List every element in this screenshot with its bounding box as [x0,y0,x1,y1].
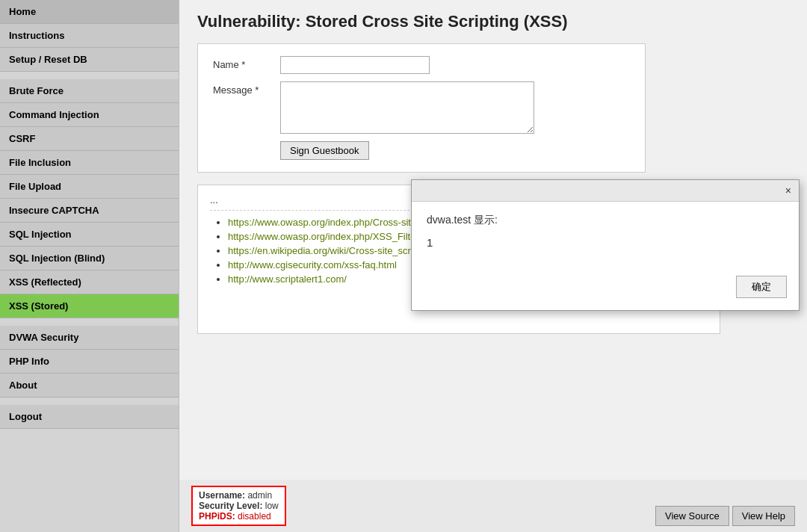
sidebar-item-brute-force[interactable]: Brute Force [0,79,179,103]
link-wikipedia-xss[interactable]: https://en.wikipedia.org/wiki/Cross-site… [228,245,434,256]
modal-close-button[interactable]: × [785,185,791,197]
sidebar-item-php-info[interactable]: PHP Info [0,350,179,374]
username-line: Username: admin [199,490,279,501]
sidebar-item-setup-reset[interactable]: Setup / Reset DB [0,48,179,72]
sidebar-item-instructions[interactable]: Instructions [0,24,179,48]
phpids-line: PHPiDS: disabled [199,511,279,522]
name-input[interactable] [280,56,430,74]
view-buttons: View Source View Help [655,506,795,526]
sidebar-item-command-injection[interactable]: Command Injection [0,103,179,127]
sidebar-item-csrf[interactable]: CSRF [0,127,179,151]
modal-value: 1 [427,236,784,249]
sidebar-item-sql-injection[interactable]: SQL Injection [0,223,179,247]
modal-body: dvwa.test 显示: 1 [412,202,799,276]
modal-ok-button[interactable]: 确定 [736,276,787,298]
sidebar-spacer-2 [0,318,179,326]
security-line: Security Level: low [199,501,279,511]
sidebar-item-insecure-captcha[interactable]: Insecure CAPTCHA [0,199,179,223]
form-panel: Name * Message * Sign Guestbook [197,43,646,173]
sidebar-spacer-3 [0,398,179,405]
sidebar-item-file-upload[interactable]: File Upload [0,175,179,199]
view-source-button[interactable]: View Source [655,506,729,526]
security-value: low [265,501,279,511]
sidebar-item-logout[interactable]: Logout [0,405,179,429]
username-label: Username: [199,490,245,501]
alert-modal: × dvwa.test 显示: 1 确定 [411,179,800,311]
message-row: Message * [213,81,630,134]
bottom-bar: Username: admin Security Level: low PHPi… [179,480,807,532]
security-label: Security Level: [199,501,262,511]
sidebar-item-xss-stored[interactable]: XSS (Stored) [0,294,179,318]
modal-footer: 确定 [412,276,799,310]
link-scriptalert[interactable]: http://www.scriptalert1.com/ [228,273,347,285]
username-value: admin [247,490,272,501]
sidebar-item-about[interactable]: About [0,374,179,398]
main-content: Vulnerability: Stored Cross Site Scripti… [179,0,807,532]
sign-btn-row: Sign Guestbook [213,141,630,160]
modal-titlebar: × [412,180,799,202]
user-info-panel: Username: admin Security Level: low PHPi… [191,486,286,526]
name-row: Name * [213,56,630,74]
sidebar-item-home[interactable]: Home [0,0,179,24]
phpids-label: PHPiDS: [199,511,235,522]
sidebar-item-xss-reflected[interactable]: XSS (Reflected) [0,270,179,294]
page-title: Vulnerability: Stored Cross Site Scripti… [197,12,789,31]
name-label: Name * [213,56,280,70]
sign-guestbook-button[interactable]: Sign Guestbook [280,141,369,160]
phpids-value: disabled [238,511,271,522]
sidebar-item-dvwa-security[interactable]: DVWA Security [0,326,179,350]
sidebar: Home Instructions Setup / Reset DB Brute… [0,0,179,532]
modal-site-text: dvwa.test 显示: [427,214,784,227]
message-textarea[interactable] [280,81,534,134]
sidebar-spacer-1 [0,72,179,79]
link-cgisecurity[interactable]: http://www.cgisecurity.com/xss-faq.html [228,259,397,270]
sidebar-item-file-inclusion[interactable]: File Inclusion [0,151,179,175]
message-label: Message * [213,81,280,96]
sidebar-item-sql-injection-blind[interactable]: SQL Injection (Blind) [0,247,179,270]
view-help-button[interactable]: View Help [732,506,795,526]
